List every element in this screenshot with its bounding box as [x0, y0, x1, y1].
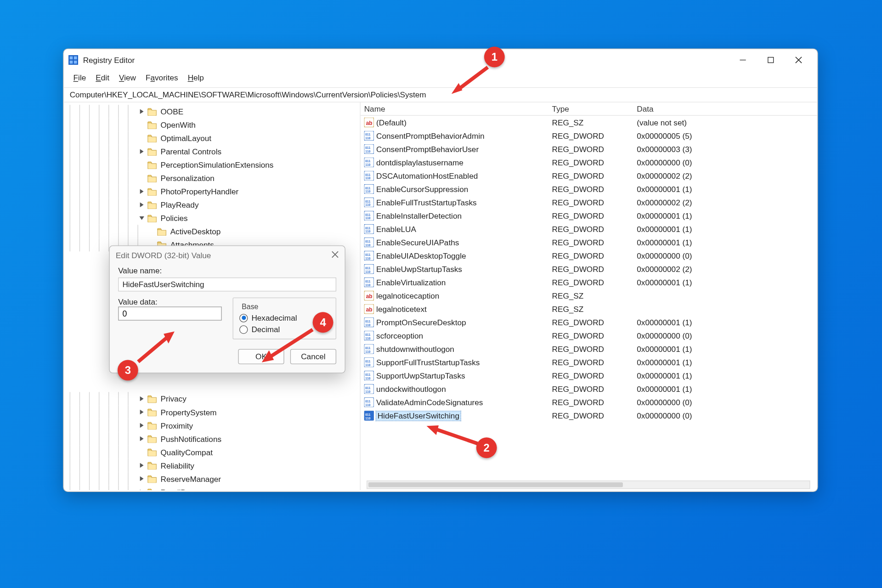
minimize-button[interactable]	[729, 50, 757, 69]
svg-line-83	[269, 330, 313, 358]
tree-expander-icon[interactable]	[137, 436, 146, 441]
value-row[interactable]: ablegalnoticecaptionREG_SZ	[361, 289, 818, 302]
value-row[interactable]: 011110EnableVirtualizationREG_DWORD0x000…	[361, 276, 818, 289]
dword-value-icon: 011110	[364, 171, 374, 181]
svg-text:011: 011	[365, 280, 370, 283]
address-bar[interactable]: Computer\HKEY_LOCAL_MACHINE\SOFTWARE\Mic…	[63, 87, 817, 102]
tree-expander-icon[interactable]	[137, 490, 146, 490]
annotation-badge-3: 3	[118, 360, 138, 380]
menu-help[interactable]: Help	[184, 72, 208, 84]
tree-item[interactable]: Policies	[63, 211, 360, 225]
svg-text:011: 011	[365, 240, 370, 243]
dword-value-icon: 011110	[364, 211, 374, 220]
svg-text:110: 110	[365, 216, 370, 220]
tree-expander-icon[interactable]	[137, 216, 146, 221]
tree-item[interactable]: RetailDemo	[63, 486, 360, 491]
value-row[interactable]: 011110EnableCursorSuppressionREG_DWORD0x…	[361, 182, 818, 196]
value-row[interactable]: 011110EnableInstallerDetectionREG_DWORD0…	[361, 209, 818, 222]
folder-icon	[147, 408, 157, 416]
tree-expander-icon[interactable]	[137, 476, 146, 481]
svg-text:ab: ab	[366, 293, 373, 300]
value-row[interactable]: ab(Default)REG_SZ(value not set)	[361, 116, 818, 129]
dword-value-icon: 011110	[364, 384, 374, 394]
svg-text:110: 110	[365, 403, 370, 407]
tree-item[interactable]: Privacy	[63, 392, 360, 405]
svg-text:011: 011	[365, 173, 370, 176]
menu-file[interactable]: File	[70, 72, 90, 84]
tree-item[interactable]: PlayReady	[63, 198, 360, 211]
value-row[interactable]: 011110ValidateAdminCodeSignaturesREG_DWO…	[361, 396, 818, 409]
value-row[interactable]: 011110scforceoptionREG_DWORD0x00000000 (…	[361, 329, 818, 342]
dword-value-icon: 011110	[364, 237, 374, 247]
value-row[interactable]: 011110SupportUwpStartupTasksREG_DWORD0x0…	[361, 369, 818, 382]
svg-text:011: 011	[365, 413, 370, 416]
tree-item[interactable]: PushNotifications	[63, 432, 360, 445]
svg-text:011: 011	[365, 200, 370, 203]
close-button[interactable]	[785, 50, 813, 69]
maximize-button[interactable]	[757, 50, 785, 69]
col-type[interactable]: Type	[552, 104, 637, 113]
value-row[interactable]: 011110PromptOnSecureDesktopREG_DWORD0x00…	[361, 316, 818, 329]
value-row[interactable]: 011110SupportFullTrustStartupTasksREG_DW…	[361, 356, 818, 369]
value-row[interactable]: 011110shutdownwithoutlogonREG_DWORD0x000…	[361, 342, 818, 356]
tree-item[interactable]: OOBE	[63, 105, 360, 118]
dword-value-icon: 011110	[364, 131, 374, 141]
dialog-close-button[interactable]	[331, 251, 339, 260]
tree-item[interactable]: QualityCompat	[63, 445, 360, 458]
value-row[interactable]: 011110EnableLUAREG_DWORD0x00000001 (1)	[361, 222, 818, 236]
tree-expander-icon[interactable]	[137, 149, 146, 154]
svg-text:110: 110	[365, 136, 370, 140]
tree-item[interactable]: ActiveDesktop	[63, 225, 360, 238]
tree-expander-icon[interactable]	[137, 189, 146, 194]
tree-item[interactable]: Personalization	[63, 171, 360, 185]
column-headers[interactable]: Name Type Data	[361, 102, 818, 116]
menu-view[interactable]: View	[115, 72, 140, 84]
tree-item[interactable]: PerceptionSimulationExtensions	[63, 158, 360, 171]
tree-expander-icon[interactable]	[137, 109, 146, 114]
tree-item[interactable]: Proximity	[63, 418, 360, 432]
value-row[interactable]: 011110EnableFullTrustStartupTasksREG_DWO…	[361, 196, 818, 209]
value-row[interactable]: 011110EnableUIADesktopToggleREG_DWORD0x0…	[361, 249, 818, 262]
tree-expander-icon[interactable]	[137, 203, 146, 208]
tree-item[interactable]: OpenWith	[63, 118, 360, 131]
folder-icon	[147, 161, 157, 169]
tree-expander-icon[interactable]	[137, 463, 146, 468]
tree-item[interactable]: Reliability	[63, 458, 360, 472]
value-row[interactable]: 011110ConsentPromptBehaviorUserREG_DWORD…	[361, 142, 818, 156]
value-row[interactable]: 011110EnableSecureUIAPathsREG_DWORD0x000…	[361, 236, 818, 249]
col-name[interactable]: Name	[364, 104, 552, 113]
tree-item[interactable]: OptimalLayout	[63, 131, 360, 145]
annotation-badge-4: 4	[313, 312, 334, 333]
menu-favorites[interactable]: Favorites	[142, 72, 181, 84]
tree-item[interactable]: PhotoPropertyHandler	[63, 185, 360, 198]
value-row[interactable]: 011110undockwithoutlogonREG_DWORD0x00000…	[361, 382, 818, 396]
value-data-input[interactable]	[118, 306, 222, 320]
titlebar[interactable]: Registry Editor	[63, 49, 817, 71]
dword-value-icon: 011110	[364, 264, 374, 274]
value-row[interactable]: 011110EnableUwpStartupTasksREG_DWORD0x00…	[361, 262, 818, 276]
value-row[interactable]: ablegalnoticetextREG_SZ	[361, 302, 818, 316]
svg-text:011: 011	[365, 213, 370, 216]
value-row[interactable]: 011110dontdisplaylastusernameREG_DWORD0x…	[361, 156, 818, 169]
col-data[interactable]: Data	[637, 104, 817, 113]
svg-text:011: 011	[365, 159, 370, 163]
value-row[interactable]: 011110ConsentPromptBehaviorAdminREG_DWOR…	[361, 129, 818, 142]
tree-item[interactable]: Parental Controls	[63, 145, 360, 158]
horizontal-scrollbar[interactable]	[367, 481, 810, 489]
tree-item[interactable]: ReserveManager	[63, 472, 360, 486]
tree-expander-icon[interactable]	[137, 410, 146, 415]
menu-edit[interactable]: Edit	[92, 72, 113, 84]
folder-icon	[147, 448, 157, 456]
tree-expander-icon[interactable]	[137, 423, 146, 428]
string-value-icon: ab	[364, 118, 374, 127]
tree-expander-icon[interactable]	[137, 396, 146, 401]
dword-value-icon: 011110	[364, 371, 374, 380]
svg-text:011: 011	[365, 146, 370, 149]
value-row[interactable]: 011110HideFastUserSwitchingREG_DWORD0x00…	[361, 409, 818, 422]
svg-text:110: 110	[365, 337, 370, 340]
svg-text:011: 011	[365, 253, 370, 256]
svg-text:110: 110	[365, 390, 370, 393]
value-row[interactable]: 011110DSCAutomationHostEnabledREG_DWORD0…	[361, 169, 818, 182]
string-value-icon: ab	[364, 291, 374, 300]
tree-item[interactable]: PropertySystem	[63, 405, 360, 418]
